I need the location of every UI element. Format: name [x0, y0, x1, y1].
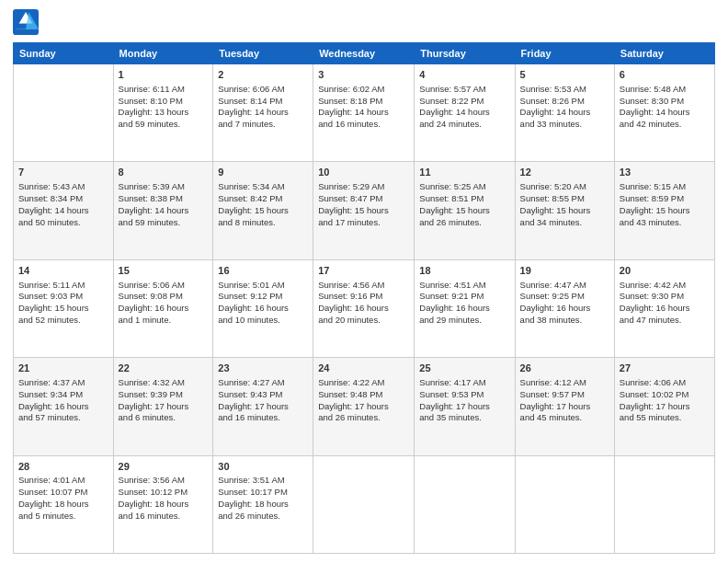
- calendar-cell: 4Sunrise: 5:57 AMSunset: 8:22 PMDaylight…: [415, 64, 515, 162]
- day-number: 18: [419, 264, 509, 278]
- calendar-cell: 26Sunrise: 4:12 AMSunset: 9:57 PMDayligh…: [515, 358, 614, 455]
- cell-text: and 47 minutes.: [620, 315, 710, 327]
- cell-text: and 43 minutes.: [620, 217, 710, 229]
- cell-text: Daylight: 16 hours: [218, 303, 308, 315]
- cell-text: Sunrise: 5:15 AM: [620, 181, 710, 193]
- cell-text: and 45 minutes.: [520, 412, 609, 424]
- weekday-header-sunday: Sunday: [14, 43, 114, 64]
- calendar-cell: 12Sunrise: 5:20 AMSunset: 8:55 PMDayligh…: [515, 162, 614, 259]
- day-number: 13: [620, 166, 710, 179]
- cell-text: Sunset: 8:34 PM: [18, 193, 108, 205]
- cell-text: Sunset: 8:42 PM: [218, 193, 308, 205]
- cell-text: and 5 minutes.: [18, 511, 108, 523]
- calendar-cell: 7Sunrise: 5:43 AMSunset: 8:34 PMDaylight…: [14, 162, 114, 259]
- calendar-cell: [313, 455, 415, 553]
- day-number: 20: [620, 264, 710, 278]
- weekday-header-friday: Friday: [515, 43, 614, 64]
- cell-text: and 7 minutes.: [218, 119, 308, 131]
- weekday-header-monday: Monday: [113, 43, 213, 64]
- cell-text: Sunrise: 5:25 AM: [419, 181, 509, 193]
- cell-text: and 26 minutes.: [318, 412, 409, 424]
- cell-text: Sunset: 9:16 PM: [318, 291, 409, 303]
- day-number: 9: [218, 166, 308, 179]
- cell-text: Sunrise: 4:42 AM: [620, 280, 710, 292]
- weekday-header-saturday: Saturday: [614, 43, 714, 64]
- cell-text: Sunset: 8:10 PM: [119, 96, 209, 108]
- cell-text: and 59 minutes.: [119, 119, 209, 131]
- calendar-cell: 17Sunrise: 4:56 AMSunset: 9:16 PMDayligh…: [313, 259, 415, 357]
- cell-text: Daylight: 15 hours: [318, 205, 409, 217]
- cell-text: Daylight: 16 hours: [620, 303, 710, 315]
- cell-text: Sunset: 8:18 PM: [318, 96, 409, 108]
- cell-text: Sunset: 9:43 PM: [218, 389, 308, 401]
- cell-text: and 16 minutes.: [119, 511, 209, 523]
- cell-text: Sunrise: 6:06 AM: [218, 84, 308, 96]
- cell-text: Daylight: 16 hours: [419, 303, 509, 315]
- cell-text: Sunrise: 4:37 AM: [18, 377, 108, 389]
- cell-text: Sunrise: 5:53 AM: [520, 84, 609, 96]
- cell-text: Sunset: 9:08 PM: [119, 291, 209, 303]
- cell-text: Sunrise: 4:01 AM: [18, 475, 108, 487]
- cell-text: Daylight: 15 hours: [18, 303, 108, 315]
- calendar-table: SundayMondayTuesdayWednesdayThursdayFrid…: [13, 42, 715, 554]
- cell-text: and 16 minutes.: [318, 119, 409, 131]
- cell-text: Daylight: 17 hours: [218, 401, 308, 413]
- day-number: 30: [218, 460, 308, 474]
- day-number: 7: [18, 166, 108, 179]
- cell-text: Sunset: 9:53 PM: [419, 389, 509, 401]
- cell-text: Sunset: 8:55 PM: [520, 193, 609, 205]
- cell-text: Daylight: 15 hours: [520, 205, 609, 217]
- cell-text: Sunrise: 4:56 AM: [318, 280, 409, 292]
- cell-text: Daylight: 18 hours: [119, 499, 209, 511]
- cell-text: Sunrise: 3:56 AM: [119, 475, 209, 487]
- cell-text: Sunset: 10:12 PM: [119, 487, 209, 499]
- cell-text: Sunrise: 5:20 AM: [520, 181, 609, 193]
- cell-text: Daylight: 17 hours: [119, 401, 209, 413]
- cell-text: Sunrise: 3:51 AM: [218, 475, 308, 487]
- calendar-cell: 23Sunrise: 4:27 AMSunset: 9:43 PMDayligh…: [213, 358, 313, 455]
- day-number: 10: [318, 166, 409, 179]
- cell-text: Daylight: 15 hours: [620, 205, 710, 217]
- cell-text: and 24 minutes.: [419, 119, 509, 131]
- cell-text: Daylight: 14 hours: [620, 107, 710, 119]
- day-number: 29: [119, 460, 209, 474]
- day-number: 22: [119, 362, 209, 375]
- day-number: 25: [419, 362, 509, 375]
- day-number: 23: [218, 362, 308, 375]
- day-number: 14: [18, 264, 108, 278]
- cell-text: Sunrise: 5:43 AM: [18, 181, 108, 193]
- logo: [13, 9, 42, 35]
- calendar-cell: 20Sunrise: 4:42 AMSunset: 9:30 PMDayligh…: [614, 259, 714, 357]
- cell-text: Sunrise: 5:39 AM: [119, 181, 209, 193]
- calendar-cell: 14Sunrise: 5:11 AMSunset: 9:03 PMDayligh…: [14, 259, 114, 357]
- week-row-2: 7Sunrise: 5:43 AMSunset: 8:34 PMDaylight…: [14, 162, 715, 259]
- cell-text: and 34 minutes.: [520, 217, 609, 229]
- cell-text: Sunrise: 4:06 AM: [620, 377, 710, 389]
- cell-text: Daylight: 15 hours: [419, 205, 509, 217]
- cell-text: Sunset: 9:21 PM: [419, 291, 509, 303]
- day-number: 27: [620, 362, 710, 375]
- calendar-cell: [515, 455, 614, 553]
- calendar-cell: 28Sunrise: 4:01 AMSunset: 10:07 PMDaylig…: [14, 455, 114, 553]
- calendar-cell: 24Sunrise: 4:22 AMSunset: 9:48 PMDayligh…: [313, 358, 415, 455]
- calendar-cell: 21Sunrise: 4:37 AMSunset: 9:34 PMDayligh…: [14, 358, 114, 455]
- cell-text: Sunset: 9:03 PM: [18, 291, 108, 303]
- cell-text: and 26 minutes.: [218, 511, 308, 523]
- calendar-cell: 13Sunrise: 5:15 AMSunset: 8:59 PMDayligh…: [614, 162, 714, 259]
- cell-text: and 42 minutes.: [620, 119, 710, 131]
- cell-text: and 1 minute.: [119, 315, 209, 327]
- calendar-cell: 5Sunrise: 5:53 AMSunset: 8:26 PMDaylight…: [515, 64, 614, 162]
- calendar-cell: [14, 64, 114, 162]
- day-number: 3: [318, 68, 409, 82]
- cell-text: Sunrise: 4:12 AM: [520, 377, 609, 389]
- cell-text: Sunset: 9:25 PM: [520, 291, 609, 303]
- cell-text: Sunset: 10:17 PM: [218, 487, 308, 499]
- cell-text: Sunrise: 5:48 AM: [620, 84, 710, 96]
- day-number: 24: [318, 362, 409, 375]
- logo-icon: [13, 9, 39, 35]
- weekday-header-thursday: Thursday: [415, 43, 515, 64]
- day-number: 12: [520, 166, 609, 179]
- calendar-cell: [415, 455, 515, 553]
- cell-text: Daylight: 17 hours: [620, 401, 710, 413]
- day-number: 4: [419, 68, 509, 82]
